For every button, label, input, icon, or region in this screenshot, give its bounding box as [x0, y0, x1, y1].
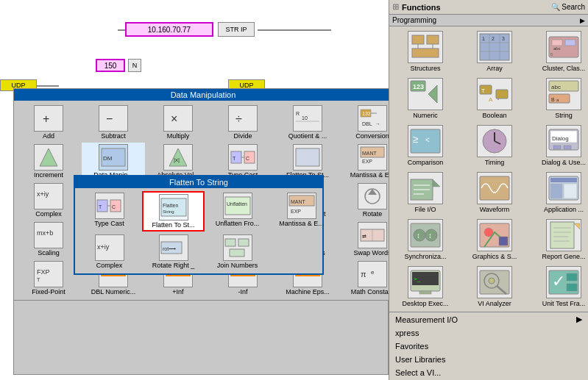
menu-measurement-io[interactable]: Measurement I/O ▶ — [389, 312, 588, 326]
complex-label: Complex — [35, 210, 62, 218]
func-unittest[interactable]: ✓ Unit Test Fra... — [531, 265, 588, 309]
func-desktopexec[interactable]: >_ Desktop Exec... — [392, 265, 458, 309]
mantissa-label: Mantissa & E... — [350, 171, 389, 179]
array-label: Array — [486, 65, 503, 72]
structures-icon — [408, 31, 443, 63]
palette-conversion[interactable]: 132 DBL → Conversion — [341, 104, 389, 141]
palette-mantissa[interactable]: MANT EXP Mantissa & E... — [341, 143, 389, 180]
palette-scaling[interactable]: mx+b Scaling — [17, 221, 80, 258]
func-fileio[interactable]: File I/O — [392, 171, 458, 215]
flatten-mantissa[interactable]: MANT EXP Mantissa & E... — [270, 191, 333, 232]
svg-text:abc: abc — [551, 84, 561, 90]
swap-words-label: Swap Words — [354, 249, 389, 257]
n-block[interactable]: N — [128, 59, 141, 72]
flatten-type-cast[interactable]: T C Type Cast — [78, 191, 141, 232]
palette-divide[interactable]: ÷ Divide — [211, 104, 274, 141]
svg-rect-69 — [419, 291, 431, 294]
math-consta-icon: π e — [358, 261, 387, 287]
application-label: Application ... — [544, 206, 584, 213]
flatten-complex[interactable]: x+iy Complex — [78, 233, 141, 270]
flatten-rotate-right[interactable]: rot⟶ Rotate Right _ — [142, 233, 205, 270]
func-timing[interactable]: Timing — [461, 123, 528, 168]
svg-marker-65 — [574, 223, 580, 229]
num-block[interactable]: 150 — [96, 59, 125, 72]
flatten-complex-icon: x+iy — [95, 234, 124, 261]
strip-block[interactable]: STR IP — [218, 22, 255, 37]
svg-text:mx+b: mx+b — [37, 229, 53, 237]
mantissa-icon: MANT EXP — [358, 144, 387, 171]
palette-swap-words[interactable]: ⇄ Swap Words — [341, 221, 389, 258]
machine-eps-label: Machine Eps... — [286, 288, 330, 295]
scaling-icon: mx+b — [34, 222, 63, 248]
svg-rect-41 — [564, 146, 571, 149]
waveform-icon — [477, 172, 512, 204]
func-dialog[interactable]: Dialog Dialog & Use... — [531, 123, 588, 168]
palette-complex[interactable]: x+iy Complex — [17, 182, 80, 219]
boolean-icon: T F A — [477, 78, 512, 110]
flatten-mantissa-label: Mantissa & E... — [279, 220, 324, 227]
dialog-label: Dialog & Use... — [542, 159, 586, 166]
palette-subtract[interactable]: − Subtract — [82, 104, 145, 141]
flatten-join-numbers[interactable]: Join Numbers — [206, 233, 269, 270]
func-graphics[interactable]: Graphics & S... — [461, 218, 528, 262]
svg-text:→: → — [375, 121, 380, 126]
measurement-io-arrow: ▶ — [576, 315, 582, 324]
palette-increment[interactable]: Increment — [17, 143, 80, 180]
menu-favorites[interactable]: Favorites — [389, 340, 588, 353]
ip-label: 10.160.70.77 — [148, 26, 191, 34]
palette-rotate[interactable]: Rotate — [341, 182, 389, 219]
func-string[interactable]: abc B a String — [531, 76, 588, 121]
palette-multiply[interactable]: × Multiply — [146, 104, 210, 141]
programming-label: Programming — [392, 16, 436, 24]
graphics-label: Graphics & S... — [472, 253, 517, 260]
func-report[interactable]: Report Gene... — [531, 218, 588, 262]
data-manip-title: Data Manipulation — [14, 89, 389, 101]
divide-label: Divide — [233, 132, 252, 140]
numeric-label: Numeric — [413, 112, 438, 119]
svg-text:MANT: MANT — [362, 151, 378, 156]
menu-select-vi[interactable]: Select a VI... — [389, 366, 588, 379]
flatten-flatten-to-string[interactable]: Flatten String Flatten To St... — [142, 191, 205, 232]
func-array[interactable]: 1 2 3 Array — [461, 29, 528, 74]
functions-panel: ⊞ Functions 🔍 Search Programming ▶ Struc — [389, 0, 588, 380]
svg-rect-40 — [553, 146, 561, 149]
rotate-icon — [358, 183, 387, 209]
func-numeric[interactable]: 123 Numeric — [392, 76, 458, 121]
plus-inf-label: +Inf — [172, 288, 183, 295]
func-comparison[interactable]: ≥ < Comparison — [392, 123, 458, 168]
multiply-label: Multiply — [167, 132, 190, 140]
palette-quotient[interactable]: R 10 Quotient & ... — [276, 104, 339, 141]
ip-block[interactable]: 10.160.70.77 — [125, 22, 213, 37]
palette-add[interactable]: + Add — [17, 104, 80, 141]
flatten-join-numbers-icon — [223, 234, 252, 261]
flatten-unflatten[interactable]: Unflatten Unflatten Fro... — [206, 191, 269, 232]
menu-user-libraries[interactable]: User Libraries — [389, 353, 588, 366]
functions-grid: Structures 1 2 3 Array — [389, 26, 588, 312]
svg-text:Dialog: Dialog — [552, 135, 569, 142]
svg-text:|x|: |x| — [174, 157, 180, 163]
waveform-label: Waveform — [480, 206, 510, 213]
svg-text:FXP: FXP — [37, 268, 50, 276]
svg-text:+: + — [43, 112, 49, 125]
func-vianalyzer[interactable]: VI Analyzer — [461, 265, 528, 309]
flatten-rotate-right-label: Rotate Right _ — [152, 262, 195, 269]
complex-icon: x+iy — [34, 183, 63, 209]
svg-text:1: 1 — [482, 36, 485, 41]
select-vi-label: Select a VI... — [395, 368, 441, 377]
func-waveform[interactable]: Waveform — [461, 171, 528, 215]
svg-text:T: T — [99, 204, 102, 209]
palette-fixed-point[interactable]: FXP T Fixed-Point — [17, 259, 80, 297]
func-boolean[interactable]: T F A Boolean — [461, 76, 528, 121]
svg-text:rot⟶: rot⟶ — [163, 246, 176, 251]
func-cluster[interactable]: abc B Cluster, Clas... — [531, 29, 588, 74]
svg-rect-47 — [480, 176, 509, 200]
palette-math-consta[interactable]: π e Math Consta... — [341, 259, 389, 297]
menu-xpress[interactable]: xpress — [389, 326, 588, 340]
search-button[interactable]: 🔍 Search — [551, 3, 585, 11]
svg-rect-14 — [552, 40, 562, 46]
svg-text:10: 10 — [302, 115, 308, 121]
svg-text:EXP: EXP — [362, 159, 372, 164]
func-application[interactable]: Application ... — [531, 171, 588, 215]
func-structures[interactable]: Structures — [392, 29, 458, 74]
func-synchroniza[interactable]: ↕ ↕ Synchroniza... — [392, 218, 458, 262]
